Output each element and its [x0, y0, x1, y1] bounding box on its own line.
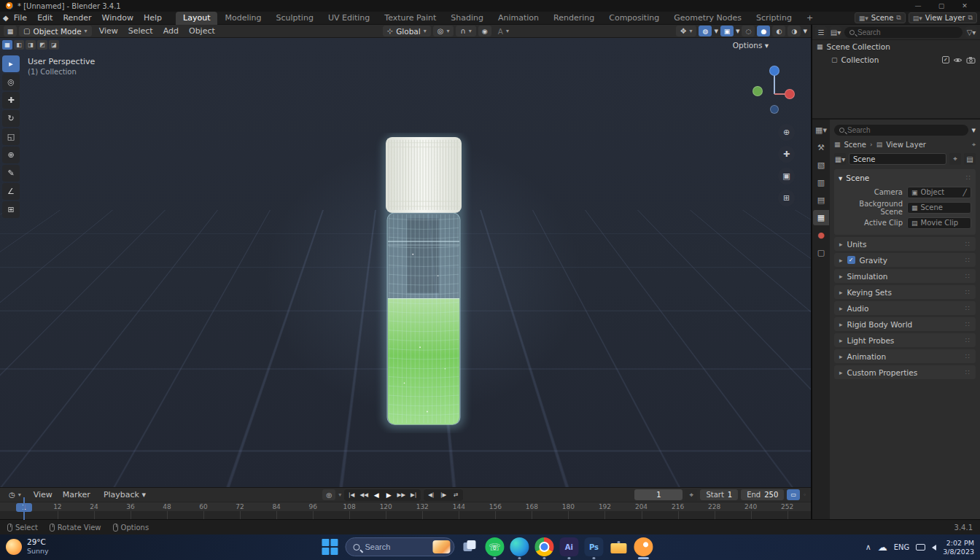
xray-dropdown[interactable]: ▾	[736, 26, 740, 36]
collection-checkbox[interactable]: ✓	[942, 56, 949, 63]
onedrive-icon[interactable]: ☁	[878, 542, 887, 553]
scene-selector[interactable]: ▦▾ Scene ⧉	[855, 12, 906, 23]
properties-subpanel[interactable]: ▸ ✓ Gravity ::	[834, 253, 976, 267]
taskbar-photoshop-icon[interactable]: Ps	[584, 537, 603, 556]
menu-item[interactable]: Edit	[32, 12, 58, 25]
viewport-menu-item[interactable]: View	[94, 25, 123, 38]
weather-widget[interactable]: 29°C Sunny	[6, 537, 49, 556]
network-icon[interactable]	[916, 544, 925, 551]
previous-keyframe-button[interactable]: ◀◀	[358, 490, 370, 500]
menu-item[interactable]: Render	[58, 12, 96, 25]
panel-drag-handle[interactable]: ::	[965, 273, 971, 279]
add-cube-tool[interactable]: ⊞	[2, 201, 20, 218]
pivot-point-selector[interactable]: ◎▾	[433, 26, 454, 36]
move-tool[interactable]: ✚	[2, 92, 20, 109]
next-frame-button[interactable]: |▶	[438, 490, 449, 500]
gizmo-x-axis[interactable]	[785, 89, 795, 99]
outliner-filter-icon[interactable]: ▽▾	[965, 26, 977, 38]
properties-search[interactable]	[834, 125, 968, 136]
workspace-tab[interactable]: Scripting	[749, 12, 799, 25]
jump-to-end-button[interactable]: ▶|	[408, 490, 419, 500]
scale-tool[interactable]: ◱	[2, 128, 20, 145]
outliner-editor-type-icon[interactable]: ☰	[815, 26, 827, 38]
taskbar-whatsapp-icon[interactable]: ☏	[485, 537, 504, 556]
workspace-tab[interactable]: Modeling	[217, 12, 268, 25]
speaker-icon[interactable]	[932, 545, 936, 551]
frame-end-field[interactable]: End250	[741, 489, 784, 500]
toggle-ortho-icon[interactable]: ⊞	[778, 190, 795, 206]
transform-tool[interactable]: ⊕	[2, 147, 20, 163]
minimize-button[interactable]: —	[909, 2, 928, 9]
world-properties-tab[interactable]: ●	[813, 228, 829, 243]
next-keyframe-button[interactable]: ▶▶	[395, 490, 407, 500]
timeline-extra-dropdown[interactable]: ◦	[803, 491, 806, 498]
id-selector-field[interactable]: ▤ Movie Clip	[907, 217, 971, 229]
workspace-tab[interactable]: Layout	[176, 12, 217, 25]
snap-toggle[interactable]: ∩▾	[456, 26, 475, 36]
playback-menu[interactable]: Playback ▾	[98, 489, 151, 502]
output-properties-tab[interactable]: ▥	[813, 175, 829, 190]
proportional-falloff-selector[interactable]: A ▾	[494, 26, 513, 36]
timeline-ruler[interactable]: 1 12243648607284961081201321441561681801…	[0, 502, 811, 511]
taskbar-search[interactable]	[345, 537, 454, 556]
annotate-tool[interactable]: ✎	[2, 165, 20, 182]
editor-type-icon[interactable]: ▦	[4, 26, 17, 36]
navigation-gizmo[interactable]	[750, 64, 799, 117]
cursor-tool[interactable]: ◎	[2, 74, 20, 90]
taskbar-illustrator-icon[interactable]: Ai	[559, 537, 578, 556]
outliner-search-input[interactable]	[858, 28, 957, 36]
panel-drag-handle[interactable]: ::	[965, 257, 971, 263]
timeline-menu-item[interactable]: View	[28, 489, 58, 502]
xray-toggle[interactable]: ▣	[720, 26, 734, 36]
object-properties-tab[interactable]: ▢	[813, 245, 829, 260]
viewport-menu-item[interactable]: Select	[123, 25, 158, 38]
play-reverse-button[interactable]: ◀	[370, 490, 382, 500]
taskbar-chrome-icon[interactable]	[534, 537, 553, 556]
properties-subpanel[interactable]: ▸ Units ::	[834, 237, 976, 251]
tray-clock[interactable]: 2:02 PM 3/8/2023	[943, 539, 974, 556]
workspace-tab[interactable]: Animation	[491, 12, 546, 25]
id-selector-field[interactable]: ▦ Scene	[907, 202, 971, 214]
panel-drag-handle[interactable]: ::	[965, 369, 971, 376]
workspace-tab[interactable]: UV Editing	[321, 12, 377, 25]
overlays-toggle[interactable]: ◍	[699, 26, 712, 36]
outliner-row-collection[interactable]: ▢ Collection ✓	[812, 53, 980, 66]
timeline-sync-button[interactable]: ▭	[787, 489, 800, 500]
wireframe-bottle-model[interactable]	[369, 133, 478, 433]
tray-chevron-icon[interactable]: ∧	[866, 542, 871, 552]
new-scene-icon[interactable]: ⧉	[896, 14, 901, 22]
properties-subpanel[interactable]: ▸ Keying Sets ::	[834, 285, 976, 299]
scene-panel-header[interactable]: ▾ Scene ::	[839, 171, 971, 184]
properties-subpanel[interactable]: ▸ Audio ::	[834, 301, 976, 315]
select-difference-mode[interactable]: ◩	[37, 40, 47, 50]
properties-search-input[interactable]	[847, 126, 963, 134]
hide-in-viewport-icon[interactable]	[953, 57, 962, 63]
menu-item[interactable]: Window	[97, 12, 139, 25]
panel-drag-handle[interactable]: ::	[965, 289, 971, 295]
properties-subpanel[interactable]: ▸ Animation ::	[834, 349, 976, 363]
task-view-button[interactable]	[460, 537, 479, 556]
new-view-layer-icon[interactable]: ⧉	[968, 14, 973, 22]
panel-drag-handle[interactable]: ::	[966, 174, 971, 181]
close-button[interactable]: ✕	[955, 2, 974, 9]
timeline-menu-item[interactable]: Marker	[58, 489, 96, 502]
start-button[interactable]	[320, 537, 339, 556]
properties-filter-dropdown[interactable]: ▾	[971, 125, 976, 135]
scene-id-icon[interactable]: ▦▾	[834, 153, 846, 165]
material-shading-button[interactable]: ◐	[772, 26, 785, 36]
proportional-editing-toggle[interactable]: ◉	[478, 26, 491, 36]
breadcrumb-view-layer[interactable]: View Layer	[886, 141, 926, 149]
taskbar-explorer-icon[interactable]	[609, 537, 628, 556]
wireframe-shading-button[interactable]: ◌	[742, 26, 755, 36]
zoom-view-icon[interactable]: ⊕	[778, 124, 795, 141]
workspace-tab[interactable]: Sculpting	[269, 12, 321, 25]
pan-view-icon[interactable]: ✚	[778, 146, 795, 163]
preview-range-button[interactable]: ⇄	[450, 490, 462, 500]
properties-subpanel[interactable]: ▸ Simulation ::	[834, 269, 976, 283]
taskbar-blender-icon[interactable]	[634, 537, 653, 556]
new-scene-icon[interactable]: ▤	[964, 153, 976, 165]
select-intersect-mode[interactable]: ◪	[49, 40, 59, 50]
gizmo-neg-z-axis[interactable]	[770, 105, 779, 114]
maximize-button[interactable]: ▢	[932, 2, 951, 9]
gizmo-y-axis[interactable]	[752, 86, 763, 96]
